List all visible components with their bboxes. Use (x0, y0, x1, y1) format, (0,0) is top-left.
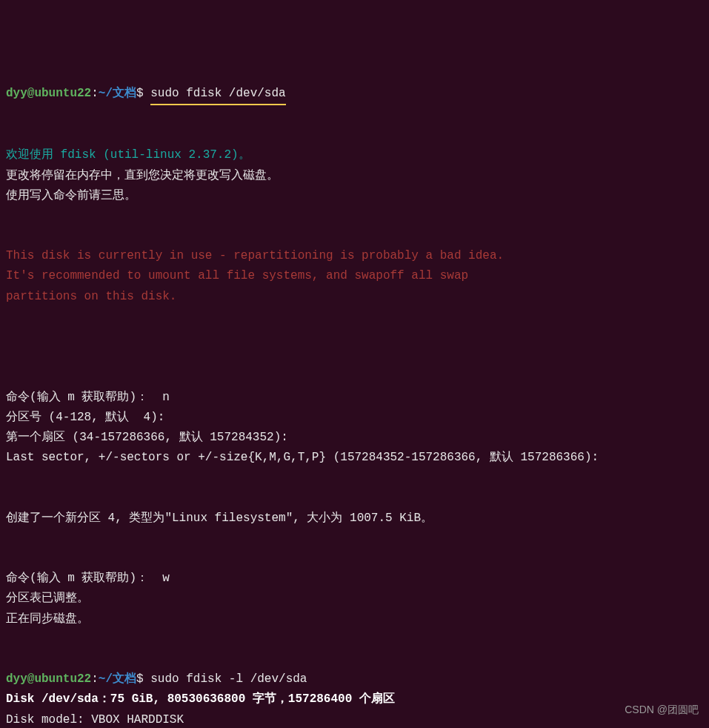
prompt-line-1[interactable]: dyy@ubuntu22:~/文档$ sudo fdisk /dev/sda (6, 87, 286, 100)
prompt-line-2[interactable]: dyy@ubuntu22:~/文档$ sudo fdisk -l /dev/sd… (6, 672, 307, 686)
prompt-colon: : (91, 87, 99, 100)
adjusted-line: 分区表已调整。 (6, 592, 89, 605)
first-sector: 第一个扇区 (34-157286366, 默认 157284352): (6, 431, 295, 444)
fdisk-command-w: 命令(输入 m 获取帮助)： w (6, 572, 170, 585)
terminal-output: dyy@ubuntu22:~/文档$ sudo fdisk /dev/sda 欢… (6, 84, 703, 728)
watermark: CSDN @团圆吧 (625, 701, 699, 719)
prompt-dollar: $ (136, 672, 150, 686)
warning-line: This disk is currently in use - repartit… (6, 249, 504, 262)
prompt-user: dyy@ubuntu22 (6, 672, 91, 686)
prompt-colon: : (91, 672, 99, 686)
disk-header: Disk /dev/sda：75 GiB, 80530636800 字节，157… (6, 692, 395, 706)
fdisk-command-n: 命令(输入 m 获取帮助)： n (6, 391, 170, 404)
created-partition: 创建了一个新分区 4, 类型为"Linux filesystem", 大小为 1… (6, 512, 433, 525)
partition-number: 分区号 (4-128, 默认 4): (6, 411, 172, 424)
info-line: 更改将停留在内存中，直到您决定将更改写入磁盘。 (6, 169, 279, 182)
warning-line: partitions on this disk. (6, 290, 176, 303)
prompt-dollar: $ (136, 87, 150, 100)
prompt-user: dyy@ubuntu22 (6, 87, 91, 100)
command-text: sudo fdisk -l /dev/sda (150, 672, 307, 686)
disk-model: Disk model: VBOX HARDDISK (6, 713, 205, 727)
prompt-path: ~/文档 (99, 87, 136, 100)
prompt-path: ~/文档 (99, 672, 136, 686)
warning-line: It's recommended to umount all file syst… (6, 269, 468, 282)
syncing-line: 正在同步磁盘。 (6, 612, 89, 626)
command-highlighted: sudo fdisk /dev/sda (150, 84, 285, 105)
last-sector: Last sector, +/-sectors or +/-size{K,M,G… (6, 451, 606, 464)
info-line: 使用写入命令前请三思。 (6, 189, 136, 202)
welcome-line: 欢迎使用 fdisk (util-linux 2.37.2)。 (6, 148, 250, 162)
